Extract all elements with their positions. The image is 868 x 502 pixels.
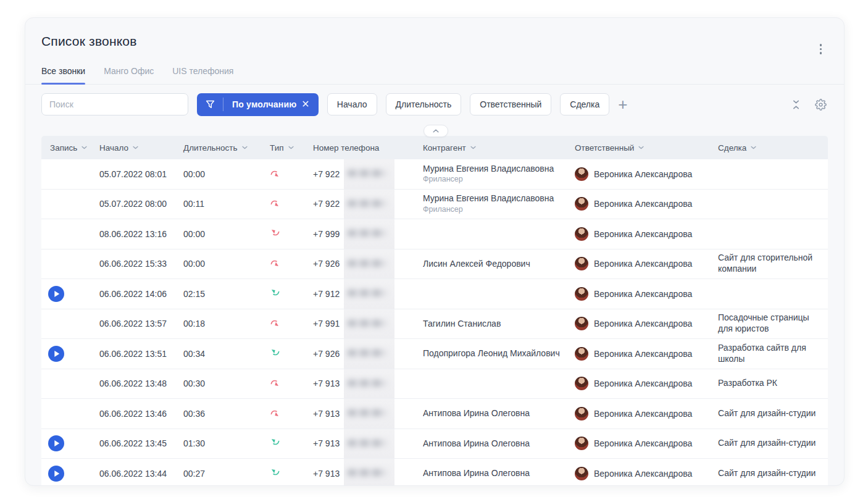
responsible-cell: Вероника Александрова [566, 407, 709, 420]
table-row[interactable]: 08.06.2022 13:1600:00+7 999Вероника Алек… [41, 219, 828, 249]
column-header-contact[interactable]: Контрагент [414, 143, 566, 153]
play-recording-button[interactable] [48, 346, 64, 362]
column-header-type[interactable]: Тип [261, 143, 304, 153]
kebab-menu-icon[interactable] [817, 41, 825, 57]
chevron-down-icon [81, 146, 87, 149]
chevron-down-icon [288, 146, 294, 149]
masked-phone-digits [344, 279, 394, 309]
outgoing-call-icon [270, 168, 280, 178]
start-cell: 08.06.2022 13:16 [91, 229, 175, 239]
type-cell [261, 408, 304, 420]
column-label: Длительность [183, 143, 238, 153]
chevron-down-icon [470, 146, 476, 149]
responsible-cell: Вероника Александрова [566, 467, 709, 480]
avatar [575, 227, 588, 241]
start-cell: 05.07.2022 08:00 [91, 199, 175, 209]
deal-cell: Сайт для дизайн-студии [709, 408, 828, 419]
card-header: Список звонков Все звонкиМанго ОфисUIS т… [25, 18, 844, 85]
contact-cell: Тагилин Станислав [414, 319, 566, 330]
phone-prefix: +7 922 [313, 169, 340, 179]
record-cell [41, 435, 91, 451]
table-row[interactable]: 06.06.2022 13:5100:34+7 926Подопригора Л… [41, 339, 828, 369]
phone-prefix: +7 912 [313, 289, 340, 299]
record-cell [41, 466, 91, 482]
column-header-duration[interactable]: Длительность [175, 143, 261, 153]
avatar [575, 197, 588, 211]
phone-prefix: +7 926 [313, 349, 340, 359]
masked-phone-digits [344, 339, 394, 369]
filter-bar: По умолчанию ✕ НачалоДлительностьОтветст… [41, 93, 828, 116]
table-row[interactable]: 06.06.2022 15:3300:00+7 926Лисин Алексей… [41, 249, 828, 280]
phone-prefix: +7 913 [313, 469, 340, 479]
contact-cell: Мурина Евгения ВладиславовнаФрилансер [414, 193, 566, 214]
duration-cell: 00:36 [175, 409, 261, 419]
responsible-name: Вероника Александрова [594, 289, 692, 299]
outgoing-call-icon [270, 377, 280, 388]
filter-chip-start[interactable]: Начало [327, 93, 377, 115]
deal-cell: Разработка РК [709, 378, 828, 389]
column-label: Сделка [718, 143, 746, 153]
column-header-responsible[interactable]: Ответственный [566, 143, 709, 153]
responsible-name: Вероника Александрова [594, 349, 692, 359]
avatar [575, 377, 588, 390]
table-row[interactable]: 06.06.2022 14:0602:15+7 912Вероника Алек… [41, 279, 828, 309]
table-row[interactable]: 06.06.2022 13:4600:36+7 913Антипова Ирин… [41, 399, 828, 429]
duration-cell: 00:00 [175, 259, 261, 269]
masked-phone-digits [344, 159, 394, 189]
bar-right [791, 98, 828, 112]
type-cell [261, 437, 304, 450]
column-label: Начало [99, 143, 128, 153]
column-header-start[interactable]: Начало [91, 143, 175, 153]
contact-cell: Подопригора Леонид Михайлович [414, 348, 566, 359]
tab-all-calls[interactable]: Все звонки [41, 66, 85, 84]
masked-phone-digits [344, 190, 394, 219]
collapse-panel-icon[interactable] [791, 98, 801, 111]
deal-cell: Разработка сайтв для школы [709, 343, 828, 365]
type-cell [261, 377, 304, 390]
column-header-deal[interactable]: Сделка [709, 143, 828, 153]
play-recording-button[interactable] [48, 435, 64, 451]
search-input[interactable] [41, 93, 188, 115]
filter-button[interactable]: По умолчанию ✕ [197, 93, 319, 116]
incoming-call-icon [270, 437, 280, 448]
contact-name: Антипова Ирина Олеговна [423, 408, 566, 419]
clear-filter-icon[interactable]: ✕ [301, 98, 318, 111]
phone-cell: +7 912 [304, 279, 414, 309]
filter-chip-responsible[interactable]: Ответственный [470, 93, 551, 115]
settings-gear-icon[interactable] [814, 98, 828, 112]
table-row[interactable]: 05.07.2022 08:0100:00+7 922Мурина Евгени… [41, 159, 828, 190]
table-row[interactable]: 06.06.2022 13:4800:30+7 913Вероника Алек… [41, 369, 828, 400]
responsible-cell: Вероника Александрова [566, 197, 709, 211]
contact-name: Антипова Ирина Олеговна [423, 438, 566, 450]
column-label: Тип [270, 143, 284, 153]
table-row[interactable]: 05.07.2022 08:0000:11+7 922Мурина Евгени… [41, 190, 828, 220]
start-cell: 06.06.2022 13:48 [91, 379, 175, 388]
tab-mango-office[interactable]: Манго Офис [104, 66, 154, 84]
table-row[interactable]: 06.06.2022 13:4501:30+7 913Антипова Ирин… [41, 429, 828, 459]
add-filter-button[interactable]: + [617, 96, 628, 112]
start-cell: 06.06.2022 13:45 [91, 438, 175, 448]
chevron-down-icon [133, 146, 138, 149]
contact-name: Мурина Евгения Владиславовна [423, 193, 566, 204]
contact-cell: Антипова Ирина Олеговна [414, 468, 566, 479]
avatar [575, 437, 588, 450]
start-cell: 06.06.2022 14:06 [91, 289, 175, 299]
phone-prefix: +7 926 [313, 259, 340, 269]
column-label: Ответственный [575, 143, 634, 153]
phone-prefix: +7 922 [313, 199, 340, 209]
collapse-table-button[interactable] [424, 125, 448, 137]
play-recording-button[interactable] [48, 466, 64, 482]
duration-cell: 00:00 [175, 229, 261, 239]
column-header-record[interactable]: Запись [41, 143, 91, 153]
play-recording-button[interactable] [48, 286, 64, 302]
filter-chip-deal[interactable]: Сделка [560, 93, 609, 115]
phone-prefix: +7 913 [313, 379, 340, 388]
tab-uis-telephony[interactable]: UIS телефония [172, 66, 233, 84]
responsible-cell: Вероника Александрова [566, 227, 709, 241]
table-row[interactable]: 06.06.2022 13:4400:27+7 913Антипова Ирин… [41, 459, 828, 486]
table-row[interactable]: 06.06.2022 13:5700:18+7 991Тагилин Стани… [41, 309, 828, 340]
phone-cell: +7 999 [304, 219, 414, 249]
filter-chip-duration[interactable]: Длительность [386, 93, 462, 115]
masked-phone-digits [344, 429, 394, 459]
avatar [575, 407, 588, 420]
